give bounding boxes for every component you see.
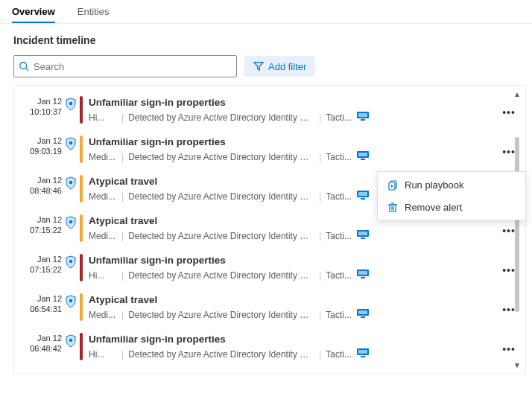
search-icon — [19, 61, 29, 71]
shield-icon — [62, 293, 80, 308]
svg-point-27 — [69, 339, 72, 342]
item-meta: Hi...|Detected by Azure Active Directory… — [89, 269, 498, 281]
svg-rect-29 — [358, 350, 367, 354]
item-meta: Medi...|Detected by Azure Active Directo… — [89, 229, 498, 242]
menu-run-playbook[interactable]: Run playbook — [378, 173, 525, 196]
svg-rect-26 — [361, 316, 365, 318]
monitor-icon — [356, 269, 370, 281]
svg-rect-5 — [358, 113, 367, 117]
item-datetime: Jan 1207:15:22 — [23, 214, 62, 235]
tab-overview[interactable]: Overview — [12, 0, 55, 23]
menu-run-playbook-label: Run playbook — [405, 179, 464, 191]
menu-remove-alert[interactable]: Remove alert — [378, 196, 525, 218]
svg-rect-25 — [358, 310, 367, 314]
search-input[interactable] — [34, 61, 232, 72]
svg-rect-22 — [361, 277, 365, 278]
svg-point-23 — [69, 299, 72, 302]
timeline-item[interactable]: Jan 1206:54:31Atypical travelMedi...|Det… — [20, 289, 522, 328]
svg-point-15 — [69, 220, 72, 223]
item-datetime: Jan 1207:15:22 — [23, 254, 62, 275]
svg-rect-34 — [390, 205, 396, 211]
scroll-down-arrow[interactable]: ▼ — [513, 361, 521, 369]
severity-bar — [80, 96, 83, 124]
item-title: Unfamiliar sign-in properties — [89, 254, 498, 267]
item-datetime: Jan 1210:10:37 — [23, 96, 62, 117]
timeline-item[interactable]: Jan 1210:10:37Unfamiliar sign-in propert… — [20, 92, 522, 131]
monitor-icon — [356, 348, 370, 360]
svg-point-3 — [69, 102, 72, 105]
playbook-icon — [387, 179, 399, 191]
svg-line-1 — [26, 68, 29, 71]
monitor-icon — [356, 111, 370, 124]
menu-remove-alert-label: Remove alert — [405, 202, 462, 213]
severity-bar — [80, 175, 83, 203]
svg-rect-14 — [361, 198, 365, 200]
item-meta: Hi...|Detected by Azure Active Directory… — [89, 111, 498, 124]
monitor-icon — [356, 150, 370, 163]
svg-rect-10 — [361, 159, 365, 160]
tabs: Overview Entities — [0, 0, 532, 24]
shield-icon — [62, 96, 80, 111]
severity-bar — [80, 214, 83, 242]
item-meta: Medi...|Detected by Azure Active Directo… — [89, 308, 498, 321]
timeline-item[interactable]: Jan 1206:48:42Unfamiliar sign-in propert… — [20, 328, 522, 368]
svg-point-11 — [69, 181, 72, 184]
add-filter-label: Add filter — [268, 61, 306, 72]
scroll-thumb[interactable] — [515, 137, 519, 312]
item-title: Unfamiliar sign-in properties — [89, 136, 498, 149]
svg-rect-9 — [358, 153, 367, 156]
timeline: Jan 1210:10:37Unfamiliar sign-in propert… — [13, 85, 526, 374]
severity-bar — [80, 254, 83, 281]
trash-icon — [387, 201, 399, 213]
tab-entities[interactable]: Entities — [77, 0, 110, 23]
filter-icon — [253, 61, 264, 71]
context-menu: Run playbook Remove alert — [377, 171, 526, 220]
add-filter-button[interactable]: Add filter — [244, 56, 315, 77]
item-datetime: Jan 1208:48:46 — [23, 175, 62, 196]
svg-rect-13 — [358, 192, 367, 196]
svg-rect-17 — [358, 232, 367, 235]
svg-rect-18 — [361, 238, 365, 239]
item-datetime: Jan 1209:03:19 — [23, 136, 62, 156]
svg-point-7 — [69, 141, 72, 144]
item-meta: Hi...|Detected by Azure Active Directory… — [89, 348, 498, 360]
item-title: Unfamiliar sign-in properties — [89, 96, 498, 109]
severity-bar — [80, 136, 83, 163]
shield-icon — [62, 333, 80, 348]
shield-icon — [62, 254, 80, 269]
monitor-icon — [356, 190, 370, 203]
svg-marker-2 — [254, 63, 263, 71]
monitor-icon — [356, 229, 370, 242]
item-meta: Medi...|Detected by Azure Active Directo… — [89, 150, 498, 163]
svg-point-19 — [69, 260, 72, 263]
item-datetime: Jan 1206:54:31 — [23, 293, 62, 314]
item-datetime: Jan 1206:48:42 — [23, 333, 62, 354]
shield-icon — [62, 214, 80, 229]
item-title: Atypical travel — [89, 293, 498, 307]
scroll-up-arrow[interactable]: ▲ — [513, 90, 521, 98]
monitor-icon — [356, 308, 370, 321]
item-title: Unfamiliar sign-in properties — [89, 333, 498, 346]
timeline-item[interactable]: Jan 1209:03:19Unfamiliar sign-in propert… — [20, 131, 522, 170]
section-title: Incident timeline — [13, 34, 526, 46]
search-box[interactable] — [13, 55, 237, 77]
svg-rect-21 — [358, 271, 367, 275]
svg-rect-30 — [361, 356, 365, 357]
shield-icon — [62, 136, 80, 150]
svg-point-0 — [20, 63, 27, 69]
timeline-item[interactable]: Jan 1207:15:22Unfamiliar sign-in propert… — [20, 249, 522, 289]
scrollbar[interactable]: ▲ ▼ — [512, 90, 522, 369]
svg-rect-6 — [361, 119, 365, 121]
severity-bar — [80, 333, 83, 360]
severity-bar — [80, 293, 83, 321]
shield-icon — [62, 175, 80, 190]
